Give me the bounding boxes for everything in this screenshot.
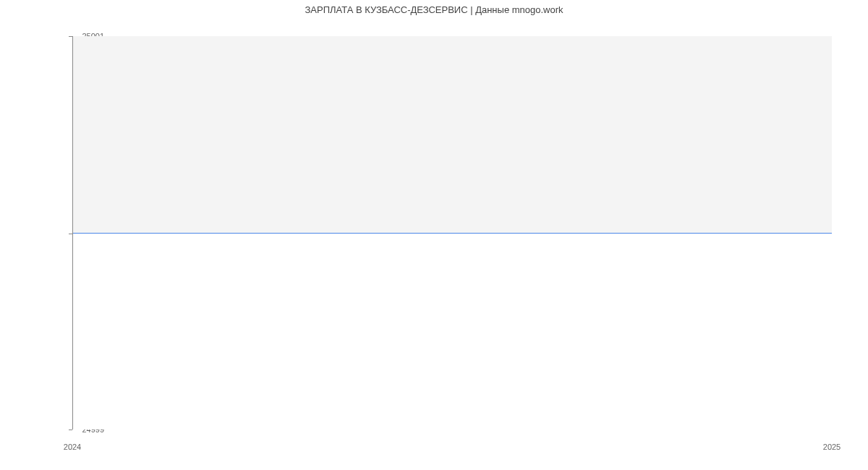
chart-plot-area	[72, 36, 832, 430]
y-tick-mark	[69, 430, 72, 430]
y-axis-line	[72, 36, 73, 430]
x-tick-label: 2025	[823, 443, 841, 451]
chart-lower-region	[72, 234, 832, 430]
chart-title: ЗАРПЛАТА В КУЗБАСС-ДЕЗСЕРВИС | Данные mn…	[0, 0, 868, 15]
x-tick-label: 2024	[64, 443, 81, 451]
chart-fill-region	[72, 36, 832, 234]
